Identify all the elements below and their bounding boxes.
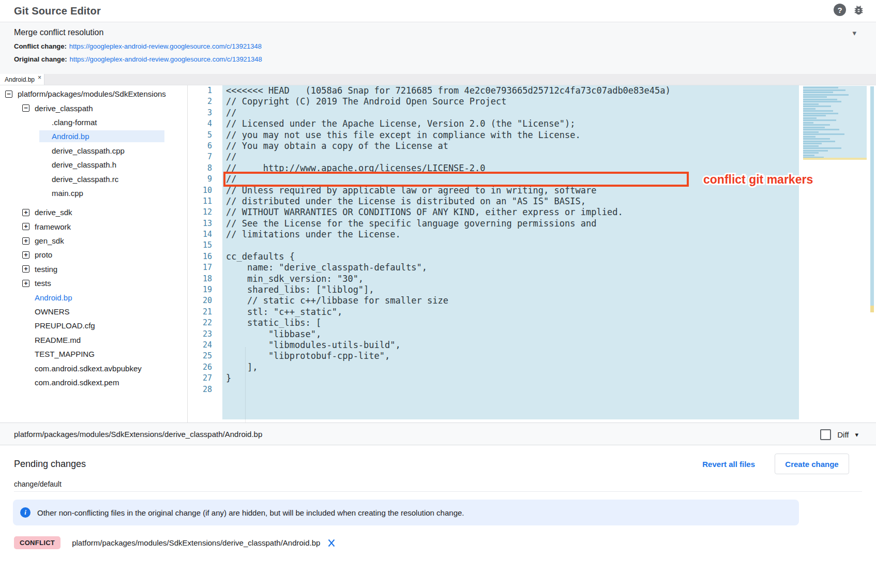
line-number: 22: [188, 318, 222, 328]
original-change-link[interactable]: https://googleplex-android-review.google…: [70, 55, 262, 63]
diff-caret-icon[interactable]: ▾: [855, 431, 858, 439]
minimap-conflict-block: [803, 86, 867, 159]
code-line-3[interactable]: 3//: [188, 108, 799, 118]
code-editor[interactable]: 1<<<<<<< HEAD (1058a6 Snap for 7216685 f…: [188, 85, 799, 423]
code-text: name: "derive_classpath-defaults",: [222, 262, 799, 273]
tab-bar: Android.bp ×: [0, 74, 876, 85]
remove-file-icon[interactable]: [327, 539, 336, 547]
line-number: 4: [188, 118, 222, 129]
tree-item-owners[interactable]: OWNERS: [0, 305, 187, 319]
code-line-24[interactable]: 24 "libmodules-utils-build",: [188, 340, 799, 351]
tree-item-com-android-sdkext-pem[interactable]: com.android.sdkext.pem: [0, 375, 187, 389]
code-line-19[interactable]: 19 shared_libs: ["liblog"],: [188, 284, 799, 295]
code-line-7[interactable]: 7//: [188, 152, 799, 162]
conflict-change-link[interactable]: https://googleplex-android-review.google…: [69, 42, 262, 50]
collapse-panel-caret-icon[interactable]: ▾: [852, 28, 856, 38]
code-line-11[interactable]: 11// distributed under the License is di…: [188, 196, 799, 207]
bug-report-icon[interactable]: [853, 4, 865, 16]
line-number: 24: [188, 340, 222, 351]
tree-item-preupload-cfg[interactable]: PREUPLOAD.cfg: [0, 319, 187, 333]
overview-ruler[interactable]: [870, 86, 874, 423]
code-line-22[interactable]: 22 static_libs: [: [188, 318, 799, 328]
code-line-8[interactable]: 8// http://www.apache.org/licenses/LICEN…: [188, 163, 799, 174]
line-number: 16: [188, 251, 222, 262]
code-line-23[interactable]: 23 "libbase",: [188, 329, 799, 340]
code-line-15[interactable]: 15: [188, 240, 799, 251]
info-icon: i: [20, 507, 31, 518]
tree-item-android-bp[interactable]: Android.bp: [0, 290, 187, 304]
code-line-12[interactable]: 12// WITHOUT WARRANTIES OR CONDITIONS OF…: [188, 207, 799, 218]
expand-icon[interactable]: +: [22, 223, 29, 230]
code-text: // You may obtain a copy of the License …: [222, 141, 799, 152]
tree-item-label: OWNERS: [35, 307, 70, 316]
expand-icon[interactable]: +: [22, 265, 29, 273]
code-text: shared_libs: ["liblog"],: [222, 284, 799, 295]
tree-item-derive-classpath-h[interactable]: derive_classpath.h: [0, 158, 187, 172]
tree-item-platform-packages-modules-sdkextensions[interactable]: −platform/packages/modules/SdkExtensions: [0, 87, 187, 101]
collapse-icon[interactable]: −: [22, 104, 29, 112]
diff-checkbox[interactable]: [820, 429, 831, 440]
help-icon[interactable]: ?: [834, 4, 846, 16]
code-text: // static c++/libbase for smaller size: [222, 295, 799, 306]
code-line-5[interactable]: 5// you may not use this file except in …: [188, 130, 799, 141]
tree-item-gen-sdk[interactable]: +gen_sdk: [0, 234, 187, 248]
tree-item-test-mapping[interactable]: TEST_MAPPING: [0, 347, 187, 361]
code-line-1[interactable]: 1<<<<<<< HEAD (1058a6 Snap for 7216685 f…: [188, 85, 799, 96]
expand-icon[interactable]: +: [22, 251, 29, 259]
tree-item-label: main.cpp: [52, 189, 83, 198]
code-text: // WITHOUT WARRANTIES OR CONDITIONS OF A…: [222, 207, 799, 218]
tree-item-label: derive_classpath.rc: [52, 175, 118, 184]
code-line-25[interactable]: 25 "libprotobuf-cpp-lite",: [188, 351, 799, 361]
tree-item-label: derive_sdk: [35, 208, 72, 217]
ruler-conflict-region: [870, 86, 874, 306]
code-line-14[interactable]: 14// limitations under the License.: [188, 229, 799, 240]
code-text: min_sdk_version: "30",: [222, 274, 799, 284]
expand-icon[interactable]: +: [22, 237, 29, 245]
tab-android-bp[interactable]: Android.bp ×: [0, 74, 44, 85]
code-line-4[interactable]: 4// Licensed under the Apache License, V…: [188, 118, 799, 129]
code-line-9[interactable]: 9//: [188, 174, 799, 185]
tree-item-proto[interactable]: +proto: [0, 248, 187, 262]
tab-close-icon[interactable]: ×: [38, 75, 41, 80]
tree-item-framework[interactable]: +framework: [0, 220, 187, 234]
expand-icon[interactable]: +: [22, 280, 29, 287]
line-number: 18: [188, 274, 222, 284]
code-line-18[interactable]: 18 min_sdk_version: "30",: [188, 274, 799, 284]
revert-all-files-button[interactable]: Revert all files: [702, 460, 755, 469]
code-text: // Licensed under the Apache License, Ve…: [222, 118, 799, 129]
code-line-10[interactable]: 10// Unless required by applicable law o…: [188, 185, 799, 196]
tree-item-derive-classpath[interactable]: −derive_classpath: [0, 101, 187, 115]
tree-item-android-bp[interactable]: Android.bp: [0, 129, 187, 143]
branch-name: change/default: [14, 480, 62, 488]
line-number: 8: [188, 163, 222, 174]
collapse-icon[interactable]: −: [5, 91, 12, 98]
line-number: 25: [188, 351, 222, 361]
code-line-17[interactable]: 17 name: "derive_classpath-defaults",: [188, 262, 799, 273]
tree-item-com-android-sdkext-avbpubkey[interactable]: com.android.sdkext.avbpubkey: [0, 361, 187, 375]
code-text: static_libs: [: [222, 318, 799, 328]
tree-item-readme-md[interactable]: README.md: [0, 333, 187, 347]
line-number: 6: [188, 141, 222, 152]
minimap[interactable]: [803, 86, 867, 422]
tree-item-derive-classpath-cpp[interactable]: derive_classpath.cpp: [0, 144, 187, 158]
tree-item-main-cpp[interactable]: main.cpp: [0, 186, 187, 200]
code-text: // Unless required by applicable law or …: [222, 185, 799, 196]
code-line-16[interactable]: 16cc_defaults {: [188, 251, 799, 262]
conflict-file-path: platform/packages/modules/SdkExtensions/…: [72, 538, 320, 547]
expand-icon[interactable]: +: [22, 209, 29, 216]
code-line-26[interactable]: 26 ],: [188, 362, 799, 373]
code-line-2[interactable]: 2// Copyright (C) 2019 The Android Open …: [188, 96, 799, 107]
code-line-6[interactable]: 6// You may obtain a copy of the License…: [188, 141, 799, 152]
tree-item--clang-format[interactable]: .clang-format: [0, 115, 187, 129]
create-change-button[interactable]: Create change: [775, 454, 849, 474]
code-line-21[interactable]: 21 stl: "c++_static",: [188, 307, 799, 318]
code-line-20[interactable]: 20 // static c++/libbase for smaller siz…: [188, 295, 799, 306]
code-line-27[interactable]: 27}: [188, 373, 799, 384]
tree-item-derive-sdk[interactable]: +derive_sdk: [0, 205, 187, 219]
tree-item-testing[interactable]: +testing: [0, 262, 187, 276]
code-line-13[interactable]: 13// See the License for the specific la…: [188, 218, 799, 229]
code-line-28[interactable]: 28: [188, 384, 799, 395]
line-number: 20: [188, 295, 222, 306]
tree-item-tests[interactable]: +tests: [0, 276, 187, 290]
tree-item-derive-classpath-rc[interactable]: derive_classpath.rc: [0, 172, 187, 186]
